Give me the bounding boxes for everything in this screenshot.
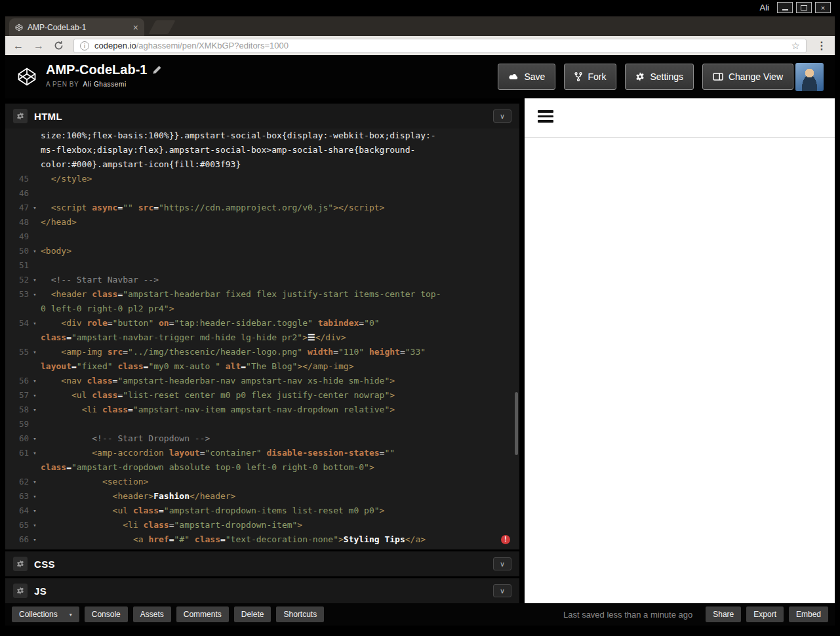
author-link[interactable]: Ali Ghassemi xyxy=(83,81,127,88)
line-number xyxy=(5,157,29,172)
code-text: <header class="ampstart-headerbar fixed … xyxy=(41,287,519,302)
codepen-logo-icon[interactable] xyxy=(17,67,37,87)
html-editor-header[interactable]: HTML ∨ xyxy=(5,104,519,129)
export-button[interactable]: Export xyxy=(746,606,784,622)
fold-arrow-icon[interactable]: ▾ xyxy=(29,345,41,359)
code-line[interactable]: </li> xyxy=(5,547,519,549)
code-line[interactable]: 62▾ <section> xyxy=(5,475,519,489)
comments-button[interactable]: Comments xyxy=(176,606,229,622)
fork-icon xyxy=(574,72,582,81)
line-number xyxy=(5,302,29,316)
html-code-editor[interactable]: size:100%;flex-basis:100%}}.ampstart-soc… xyxy=(5,129,519,549)
collections-dropdown[interactable]: Collections ▾ xyxy=(12,606,79,622)
byline-prefix: A PEN BY xyxy=(46,81,79,88)
fold-arrow-icon[interactable]: ▾ xyxy=(29,532,41,547)
editors-column: HTML ∨ size:100%;flex-basis:100%}}.ampst… xyxy=(5,98,519,603)
code-line[interactable]: layout="fixed" class="my0 mx-auto " alt=… xyxy=(5,359,519,374)
back-icon[interactable]: ← xyxy=(13,41,24,51)
bookmark-star-icon[interactable]: ☆ xyxy=(791,40,800,52)
window-maximize-button[interactable] xyxy=(796,2,812,13)
code-line[interactable]: 0 left-0 right-0 pl2 pr4"> xyxy=(5,302,519,316)
fold-arrow-icon[interactable]: ▾ xyxy=(29,403,41,417)
fold-arrow-icon[interactable]: ▾ xyxy=(29,244,41,258)
code-line[interactable]: 57▾ <ul class="list-reset center m0 p0 f… xyxy=(5,388,519,403)
fold-arrow-icon[interactable]: ▾ xyxy=(29,475,41,489)
code-line[interactable]: 59 xyxy=(5,417,519,431)
site-info-icon[interactable]: i xyxy=(80,41,89,50)
fold-arrow-icon[interactable]: ▾ xyxy=(29,518,41,532)
share-button[interactable]: Share xyxy=(706,606,741,622)
code-line[interactable]: color:#000}.ampstart-icon{fill:#003f93} xyxy=(5,157,519,172)
css-editor-header[interactable]: CSS ∨ xyxy=(5,551,519,576)
edit-pen-icon[interactable] xyxy=(153,66,161,74)
code-line[interactable]: 58▾ <li class="ampstart-nav-item ampstar… xyxy=(5,403,519,417)
fork-button[interactable]: Fork xyxy=(564,64,616,90)
shortcuts-button[interactable]: Shortcuts xyxy=(276,606,324,622)
code-line[interactable]: 47▾ <script async="" src="https://cdn.am… xyxy=(5,201,519,215)
fold-arrow-icon[interactable]: ▾ xyxy=(29,374,41,388)
tab-close-icon[interactable]: × xyxy=(133,23,138,32)
code-line[interactable]: 60▾ <!-- Start Dropdown --> xyxy=(5,431,519,446)
code-line[interactable]: 52▾ <!-- Start Navbar --> xyxy=(5,273,519,287)
fold-arrow-icon[interactable]: ▾ xyxy=(29,388,41,403)
code-text: 0 left-0 right-0 pl2 pr4"> xyxy=(41,302,519,316)
code-line[interactable]: ms-flexbox;display:flex}.ampstart-social… xyxy=(5,143,519,157)
code-line[interactable]: 66▾ <a href="#" class="text-decoration-n… xyxy=(5,532,519,547)
fold-arrow-icon[interactable]: ▾ xyxy=(29,273,41,287)
js-collapse-button[interactable]: ∨ xyxy=(493,584,511,597)
js-settings-gear-icon[interactable] xyxy=(13,584,28,598)
code-line[interactable]: 50▾<body> xyxy=(5,244,519,258)
address-bar[interactable]: i codepen.io/aghassemi/pen/XMKbGP?editor… xyxy=(73,39,807,53)
fold-arrow-icon[interactable]: ▾ xyxy=(29,504,41,518)
embed-button[interactable]: Embed xyxy=(789,606,828,622)
fold-arrow-icon[interactable]: ▾ xyxy=(29,287,41,302)
browser-tab[interactable]: AMP-CodeLab-1 × xyxy=(9,18,144,36)
css-settings-gear-icon[interactable] xyxy=(13,557,28,571)
code-line[interactable]: 46 xyxy=(5,186,519,201)
assets-button[interactable]: Assets xyxy=(133,606,171,622)
reload-icon[interactable] xyxy=(54,41,64,50)
code-line[interactable]: 49 xyxy=(5,229,519,244)
fold-arrow-icon[interactable]: ▾ xyxy=(29,446,41,460)
user-avatar[interactable] xyxy=(795,63,824,91)
code-line[interactable]: 61▾ <amp-accordion layout="container" di… xyxy=(5,446,519,460)
line-number: 57 xyxy=(5,388,29,403)
code-line[interactable]: class="ampstart-navbar-trigger md-hide l… xyxy=(5,330,519,345)
html-settings-gear-icon[interactable] xyxy=(13,109,28,123)
code-line[interactable]: 56▾ <nav class="ampstart-headerbar-nav a… xyxy=(5,374,519,388)
window-close-button[interactable]: × xyxy=(815,2,831,13)
delete-button[interactable]: Delete xyxy=(234,606,271,622)
fold-gutter-spacer xyxy=(29,302,41,316)
new-tab-button[interactable] xyxy=(148,20,175,34)
save-button[interactable]: Save xyxy=(498,64,555,90)
code-line[interactable]: 54▾ <div role="button" on="tap:header-si… xyxy=(5,316,519,330)
fold-arrow-icon[interactable]: ▾ xyxy=(29,431,41,446)
console-button[interactable]: Console xyxy=(85,606,128,622)
code-line[interactable]: 51 xyxy=(5,258,519,273)
fold-arrow-icon[interactable]: ▾ xyxy=(29,316,41,330)
js-editor-header[interactable]: JS ∨ xyxy=(5,578,519,603)
code-line[interactable]: 63▾ <header>Fashion</header> xyxy=(5,489,519,504)
browser-menu-icon[interactable]: ⋮ xyxy=(816,39,827,52)
settings-button[interactable]: Settings xyxy=(625,64,694,90)
code-line[interactable]: 48</head> xyxy=(5,215,519,229)
window-minimize-button[interactable] xyxy=(777,2,793,13)
html-collapse-button[interactable]: ∨ xyxy=(493,109,511,123)
hamburger-menu-icon[interactable] xyxy=(538,110,553,125)
fork-button-label: Fork xyxy=(588,71,606,82)
code-line[interactable]: 53▾ <header class="ampstart-headerbar fi… xyxy=(5,287,519,302)
line-number xyxy=(5,547,29,549)
change-view-button[interactable]: Change View xyxy=(702,64,793,90)
code-line[interactable]: class="ampstart-dropdown absolute top-0 … xyxy=(5,460,519,475)
code-line[interactable]: 65▾ <li class="ampstart-dropdown-item"> xyxy=(5,518,519,532)
editor-scrollbar[interactable] xyxy=(515,392,518,455)
css-collapse-button[interactable]: ∨ xyxy=(493,557,511,570)
code-line[interactable]: 64▾ <ul class="ampstart-dropdown-items l… xyxy=(5,504,519,518)
fold-arrow-icon[interactable]: ▾ xyxy=(29,201,41,215)
code-line[interactable]: 55▾ <amp-img src="../img/thescenic/heade… xyxy=(5,345,519,359)
lint-error-icon[interactable]: ! xyxy=(501,535,510,544)
forward-icon[interactable]: → xyxy=(33,41,44,51)
fold-arrow-icon[interactable]: ▾ xyxy=(29,489,41,504)
code-line[interactable]: size:100%;flex-basis:100%}}.ampstart-soc… xyxy=(5,129,519,143)
code-line[interactable]: 45 </style> xyxy=(5,172,519,186)
